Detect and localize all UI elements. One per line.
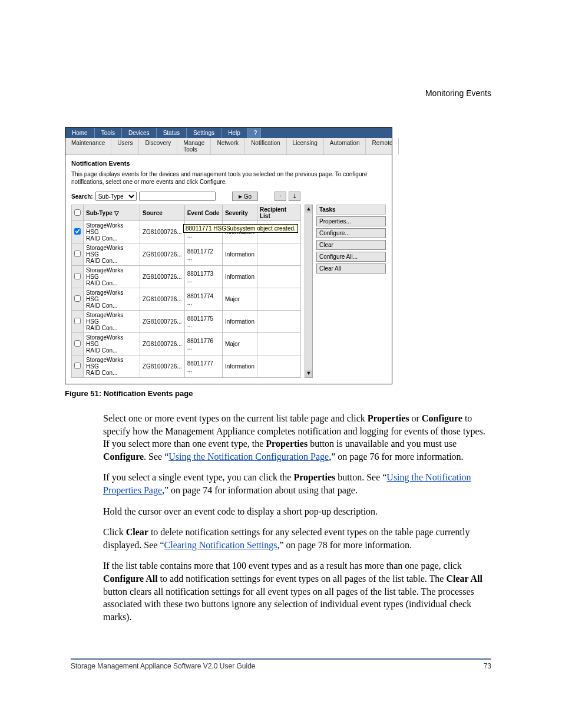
cell: ZG81000726... bbox=[140, 288, 184, 311]
submenu-network[interactable]: Network bbox=[211, 138, 245, 154]
cell: 88011772 ... bbox=[184, 243, 222, 266]
panel-desc: This page displays events for the device… bbox=[71, 170, 386, 186]
menu-status[interactable]: Status bbox=[157, 128, 187, 138]
cell: ZG81000726... bbox=[140, 221, 184, 243]
cell: ZG81000726... bbox=[140, 243, 184, 266]
col-header[interactable] bbox=[72, 205, 84, 221]
menu-tools[interactable]: Tools bbox=[95, 128, 122, 138]
footer-title: Storage Management Appliance Software V2… bbox=[71, 662, 256, 670]
row-checkbox[interactable] bbox=[74, 228, 81, 235]
submenu-users[interactable]: Users bbox=[111, 138, 139, 154]
row-checkbox[interactable] bbox=[74, 340, 81, 347]
submenu-managetools[interactable]: Manage Tools bbox=[177, 138, 211, 154]
cell: Major bbox=[222, 288, 257, 311]
cell: 88011774 ... bbox=[184, 288, 222, 311]
table-row[interactable]: StorageWorks HSGRAID Con...ZG81000726...… bbox=[72, 355, 301, 378]
scroll-down-icon[interactable]: ▼ bbox=[305, 370, 312, 377]
menu-home[interactable]: Home bbox=[65, 128, 95, 138]
task-configure-button[interactable]: Configure... bbox=[316, 228, 386, 238]
tasks-panel: Tasks Properties...Configure...ClearConf… bbox=[316, 205, 386, 274]
page-number: 73 bbox=[484, 662, 491, 670]
cell bbox=[257, 288, 300, 311]
submenu-maintenance[interactable]: Maintenance bbox=[65, 138, 111, 154]
running-head: Monitoring Events bbox=[71, 88, 491, 98]
col-header[interactable]: Source bbox=[140, 205, 184, 221]
menu-settings[interactable]: Settings bbox=[187, 128, 222, 138]
cell: 88011773 ... bbox=[184, 266, 222, 288]
row-checkbox[interactable] bbox=[74, 273, 81, 279]
submenu-automation[interactable]: Automation bbox=[324, 138, 366, 154]
row-checkbox[interactable] bbox=[74, 295, 81, 302]
panel-title: Notification Events bbox=[71, 160, 386, 167]
cell: StorageWorks HSGRAID Con... bbox=[84, 355, 140, 378]
submenu-notification[interactable]: Notification bbox=[245, 138, 286, 154]
cell: ZG81000726... bbox=[140, 266, 184, 288]
cell bbox=[257, 333, 300, 355]
cell: 88011776 ... bbox=[184, 333, 222, 355]
table-row[interactable]: StorageWorks HSGRAID Con...ZG81000726...… bbox=[72, 311, 301, 333]
search-input[interactable] bbox=[139, 192, 216, 201]
cell: Information bbox=[222, 311, 257, 333]
select-all-checkbox[interactable] bbox=[74, 209, 81, 216]
screenshot-notification-events: HomeToolsDevicesStatusSettingsHelp? Main… bbox=[65, 127, 392, 384]
body-text: Select one or more event types on the cu… bbox=[103, 412, 491, 623]
menu-devices[interactable]: Devices bbox=[122, 128, 157, 138]
cell bbox=[257, 355, 300, 378]
cell: StorageWorks HSGRAID Con... bbox=[84, 288, 140, 311]
row-checkbox[interactable] bbox=[74, 318, 81, 324]
pager-prev-button[interactable]: · bbox=[275, 192, 286, 201]
task-properties-button[interactable]: Properties... bbox=[316, 216, 386, 226]
event-code-tooltip: 88011771 HSGSubsystem object created. bbox=[183, 224, 298, 233]
cell: StorageWorks HSGRAID Con... bbox=[84, 266, 140, 288]
cell bbox=[257, 266, 300, 288]
col-header[interactable]: Event Code bbox=[184, 205, 222, 221]
submenu-discovery[interactable]: Discovery bbox=[139, 138, 177, 154]
cell bbox=[257, 311, 300, 333]
search-field-select[interactable]: Sub-Type bbox=[95, 192, 137, 201]
search-label: Search: bbox=[71, 193, 93, 200]
link-clearing-settings[interactable]: Clearing Notification Settings bbox=[164, 540, 277, 550]
task-configureall-button[interactable]: Configure All... bbox=[316, 252, 386, 262]
play-icon: ▶ bbox=[239, 194, 242, 199]
scroll-up-icon[interactable]: ▲ bbox=[305, 205, 312, 213]
cell: Information bbox=[222, 243, 257, 266]
menu-help[interactable]: Help bbox=[222, 128, 247, 138]
table-row[interactable]: StorageWorks HSGRAID Con...ZG81000726...… bbox=[72, 243, 301, 266]
submenu-licensing[interactable]: Licensing bbox=[287, 138, 324, 154]
submenu-remote[interactable]: Remote bbox=[366, 138, 399, 154]
table-row[interactable]: StorageWorks HSGRAID Con...ZG81000726...… bbox=[72, 266, 301, 288]
cell: Major bbox=[222, 333, 257, 355]
cell: Information bbox=[222, 266, 257, 288]
cell: StorageWorks HSGRAID Con... bbox=[84, 311, 140, 333]
figure-caption: Figure 51: Notification Events page bbox=[65, 389, 491, 398]
cell: ZG81000726... bbox=[140, 311, 184, 333]
task-clear-button[interactable]: Clear bbox=[316, 240, 386, 250]
cell: 88011775 ... bbox=[184, 311, 222, 333]
col-header[interactable]: Sub-Type ▽ bbox=[84, 205, 140, 221]
task-clearall-button[interactable]: Clear All bbox=[316, 263, 386, 274]
cell: ZG81000726... bbox=[140, 333, 184, 355]
page-footer: Storage Management Appliance Software V2… bbox=[71, 658, 491, 670]
row-checkbox[interactable] bbox=[74, 251, 81, 257]
link-config-page[interactable]: Using the Notification Configuration Pag… bbox=[168, 452, 329, 462]
row-checkbox[interactable] bbox=[74, 363, 81, 369]
help-icon[interactable]: ? bbox=[247, 128, 261, 138]
cell bbox=[257, 243, 300, 266]
table-row[interactable]: StorageWorks HSGRAID Con...ZG81000726...… bbox=[72, 333, 301, 355]
go-button[interactable]: ▶Go bbox=[232, 192, 258, 201]
table-scrollbar[interactable]: ▲ ▼ bbox=[305, 205, 313, 378]
pager-last-button[interactable]: ⤓ bbox=[289, 192, 300, 201]
tasks-header: Tasks bbox=[316, 205, 386, 215]
col-header[interactable]: Recipient List bbox=[257, 205, 300, 221]
cell: 88011777 ... bbox=[184, 355, 222, 378]
cell: Information bbox=[222, 355, 257, 378]
cell: StorageWorks HSGRAID Con... bbox=[84, 333, 140, 355]
col-header[interactable]: Severity bbox=[222, 205, 257, 221]
cell: ZG81000726... bbox=[140, 355, 184, 378]
table-row[interactable]: StorageWorks HSGRAID Con...ZG81000726...… bbox=[72, 288, 301, 311]
cell: StorageWorks HSGRAID Con... bbox=[84, 221, 140, 243]
cell: StorageWorks HSGRAID Con... bbox=[84, 243, 140, 266]
